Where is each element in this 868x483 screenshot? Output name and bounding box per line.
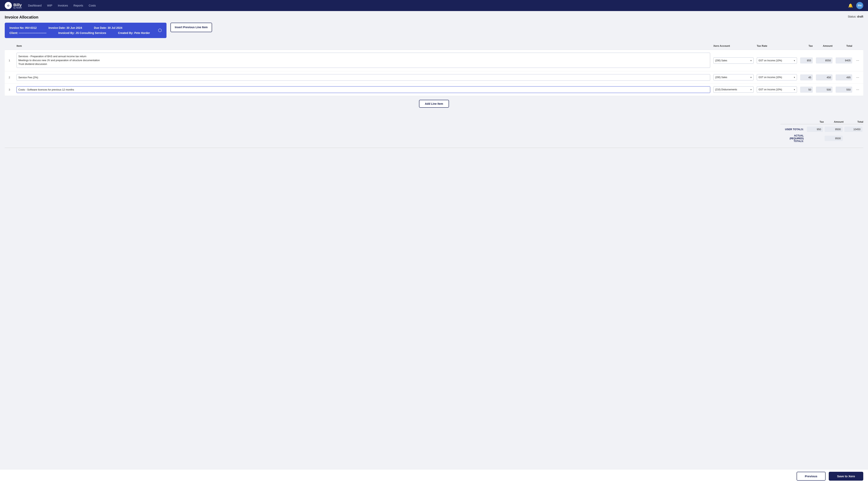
- row-3-num: 3: [7, 87, 15, 92]
- col-header-item: Item: [15, 43, 712, 48]
- row-2-total-input: [836, 74, 852, 80]
- row-2-xero-cell: (200) Sales (210) Disbursements (220) Ot…: [712, 73, 755, 81]
- nav-actions: 🔔 PH: [848, 2, 863, 9]
- row-1-tax-rate-wrapper: GST on Income (10%) GST Free Income BAS …: [757, 57, 797, 64]
- row-1-total-cell: [834, 57, 854, 64]
- row-3-tax-cell: [799, 86, 814, 94]
- row-3-total-cell: [834, 86, 854, 94]
- brand-logo-area: O Billy by fInlert: [5, 2, 22, 9]
- status-area: Status: draft: [848, 15, 863, 18]
- table-header: Item Xero Account Tax Rate Tax Amount To…: [5, 42, 863, 50]
- navbar: O Billy by fInlert Dashboard WIP Invoice…: [0, 0, 868, 11]
- nav-invoices[interactable]: Invoices: [58, 4, 68, 7]
- row-3-xero-cell: (200) Sales (210) Disbursements (220) Ot…: [712, 86, 755, 94]
- row-2-more-button[interactable]: ···: [856, 74, 860, 80]
- totals-col-total: Total: [843, 120, 863, 123]
- totals-table: Tax Amount Total USER TOTALS: 950 9500 1…: [780, 120, 863, 144]
- invoice-no-field: Invoice No: INV-0312: [9, 26, 37, 29]
- page-header: Invoice Allocation Status: draft: [5, 15, 863, 20]
- add-line-item-button[interactable]: Add Line Item: [419, 100, 449, 108]
- invoice-due-value: 30 Jul 2024: [107, 26, 122, 29]
- invoice-due-field: Due Date: 30 Jul 2024: [94, 26, 122, 29]
- row-1-total-input: [836, 57, 852, 64]
- row-1-xero-select[interactable]: (200) Sales (210) Disbursements (220) Ot…: [713, 57, 753, 64]
- row-2-amount-input[interactable]: [816, 74, 833, 80]
- actual-totals-row: ACTUAL (REQUIRED) TOTALS: 9500: [780, 133, 863, 144]
- totals-header: Tax Amount Total: [780, 120, 863, 124]
- row-1-tax-rate-cell: GST on Income (10%) GST Free Income BAS …: [755, 57, 799, 64]
- invoice-client-field: Client: ——————————: [9, 31, 46, 34]
- previous-button[interactable]: Previous: [797, 472, 826, 481]
- row-1-item-cell: Services - Preparation of BAS and annual…: [15, 52, 712, 69]
- status-badge: draft: [857, 15, 863, 18]
- row-1-tax-input[interactable]: [800, 57, 813, 64]
- row-1-actions-cell: ···: [854, 57, 861, 64]
- row-3-tax-rate-cell: GST on Income (10%) GST Free Income BAS …: [755, 86, 799, 94]
- col-header-xero: Xero Account: [712, 43, 755, 48]
- row-2-total-cell: [834, 73, 854, 81]
- row-2-xero-select[interactable]: (200) Sales (210) Disbursements (220) Ot…: [713, 74, 753, 80]
- row-3-item-cell: [15, 86, 712, 94]
- user-totals-total: 10450: [844, 127, 863, 132]
- row-3-total-input: [836, 87, 852, 93]
- row-2-tax-cell: [799, 73, 814, 81]
- save-to-xero-button[interactable]: Save to Xero: [829, 472, 863, 481]
- row-3-tax-input[interactable]: [800, 87, 813, 93]
- row-2-item-input[interactable]: [17, 74, 710, 80]
- row-2-amount-cell: [814, 73, 834, 81]
- row-3-amount-input[interactable]: [816, 87, 833, 93]
- row-2-tax-rate-select[interactable]: GST on Income (10%) GST Free Income BAS …: [757, 74, 797, 80]
- row-3-tax-rate-wrapper: GST on Income (10%) GST Free Income BAS …: [757, 86, 797, 93]
- nav-reports[interactable]: Reports: [73, 4, 83, 7]
- row-2-tax-rate-wrapper: GST on Income (10%) GST Free Income BAS …: [757, 74, 797, 80]
- nav-dashboard[interactable]: Dashboard: [28, 4, 42, 7]
- invoice-date-value: 30 Jun 2024: [66, 26, 82, 29]
- notifications-icon[interactable]: 🔔: [848, 3, 853, 8]
- invoice-date-field: Invoice Date: 30 Jun 2024: [49, 26, 82, 29]
- page-content: Invoice Allocation Status: draft Invoice…: [0, 11, 868, 483]
- row-3-xero-select[interactable]: (200) Sales (210) Disbursements (220) Ot…: [713, 86, 753, 93]
- col-header-tax-rate: Tax Rate: [755, 43, 799, 48]
- row-3-tax-rate-select[interactable]: GST on Income (10%) GST Free Income BAS …: [757, 86, 797, 93]
- row-2-tax-rate-cell: GST on Income (10%) GST Free Income BAS …: [755, 73, 799, 81]
- user-totals-amount: 9500: [825, 127, 843, 132]
- row-1-tax-rate-select[interactable]: GST on Income (10%) GST Free Income BAS …: [757, 57, 797, 64]
- row-3-xero-wrapper: (200) Sales (210) Disbursements (220) Ot…: [713, 86, 753, 93]
- table-row: 1 Services - Preparation of BAS and annu…: [5, 50, 863, 71]
- invoice-invoiced-value: JS Consulting Services: [75, 31, 106, 34]
- brand-logo-icon: O: [5, 2, 12, 9]
- row-2-item-cell: [15, 73, 712, 82]
- row-1-tax-cell: [799, 57, 814, 64]
- invoice-header-area: Invoice No: INV-0312 Invoice Date: 30 Ju…: [5, 23, 863, 38]
- edit-invoice-icon[interactable]: ⬡: [158, 28, 162, 33]
- row-1-item-input[interactable]: Services - Preparation of BAS and annual…: [17, 53, 710, 68]
- user-totals-tax: 950: [807, 127, 823, 132]
- invoice-invoiced-field: Invoiced By: JS Consulting Services: [58, 31, 106, 34]
- row-3-item-input[interactable]: [17, 86, 710, 93]
- footer-bar: Previous Save to Xero: [0, 469, 868, 483]
- insert-previous-button[interactable]: Insert Previous Line Item: [170, 23, 212, 32]
- row-1-more-button[interactable]: ···: [856, 58, 860, 63]
- table-row: 2 (200) Sales (210) Disbursements (220) …: [5, 71, 863, 84]
- col-header-tax: Tax: [799, 43, 814, 48]
- brand-name: Billy: [13, 3, 22, 7]
- row-3-more-button[interactable]: ···: [856, 87, 860, 93]
- row-2-tax-input[interactable]: [800, 74, 813, 80]
- row-1-amount-cell: [814, 57, 834, 64]
- totals-col-amount: Amount: [824, 120, 843, 123]
- row-1-amount-input[interactable]: [816, 57, 833, 64]
- row-1-xero-cell: (200) Sales (210) Disbursements (220) Ot…: [712, 57, 755, 64]
- invoice-no-value: INV-0312: [25, 26, 36, 29]
- actual-totals-label: ACTUAL (REQUIRED) TOTALS:: [780, 134, 806, 142]
- nav-wip[interactable]: WIP: [47, 4, 52, 7]
- invoice-created-field: Created By: Pete Horder: [118, 31, 150, 34]
- avatar[interactable]: PH: [856, 2, 863, 9]
- col-header-total: Total: [834, 43, 854, 48]
- invoice-card: Invoice No: INV-0312 Invoice Date: 30 Ju…: [5, 23, 166, 38]
- row-3-amount-cell: [814, 86, 834, 94]
- nav-costs[interactable]: Costs: [89, 4, 96, 7]
- table-body: 1 Services - Preparation of BAS and annu…: [5, 50, 863, 96]
- user-totals-row: USER TOTALS: 950 9500 10450: [780, 125, 863, 133]
- row-2-num: 2: [7, 75, 15, 80]
- table-row: 3 (200) Sales (210) Disbursements (220) …: [5, 84, 863, 96]
